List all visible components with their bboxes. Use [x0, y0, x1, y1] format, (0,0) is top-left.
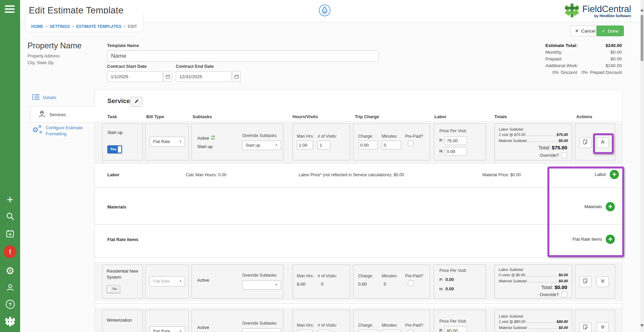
bill-type-dropdown-disabled[interactable]: Flat Rate ▼ [150, 276, 185, 286]
contract-end-input[interactable] [176, 71, 231, 82]
winterization-trip-cell: Charge: Minutes: Pre-Paid? [353, 310, 430, 332]
override-subtasks-dropdown[interactable]: ▼ [242, 328, 281, 332]
minutes-label: Minutes: [382, 134, 397, 139]
tab-configure-formatting[interactable]: ⚙⚙⚙ Configure Estimate Formatting [32, 125, 94, 137]
breadcrumb-estimate-templates[interactable]: ESTIMATE TEMPLATES [76, 24, 121, 29]
override-checkbox[interactable] [561, 152, 567, 158]
brand-name: FieldCentral [582, 4, 631, 14]
tab-details[interactable]: Details [32, 94, 56, 101]
edit-services-button[interactable] [130, 97, 143, 107]
prepaid-checkbox[interactable] [408, 280, 414, 286]
menu-icon[interactable] [5, 5, 15, 13]
collapse-button[interactable] [597, 137, 609, 148]
property-city: City, State Zip [28, 59, 82, 66]
fieldcentral-glyph-icon[interactable] [0, 315, 20, 328]
material-price: Material Price: $0.00 [482, 173, 521, 177]
labor-price-note: Labor Price* (not reflected in Service c… [299, 173, 404, 177]
visits-input[interactable] [318, 330, 330, 332]
search-icon[interactable] [0, 209, 20, 223]
price-p-input[interactable] [445, 136, 467, 145]
add-materials-button[interactable]: + [606, 202, 615, 211]
pencil-icon [134, 99, 139, 105]
labor-subtotal-line: 0 visits @ $0.00$0.00 [499, 273, 568, 277]
chevron-down-icon: ▼ [275, 283, 277, 286]
scroll-down-arrow[interactable] [640, 324, 644, 327]
done-button[interactable]: ✓ Done [596, 26, 624, 36]
scroll-up-arrow[interactable] [640, 9, 644, 11]
fieldcentral-logo-icon [564, 3, 580, 19]
add-flatrate-button[interactable]: + [606, 235, 615, 244]
calendar-add-icon[interactable] [0, 227, 20, 240]
residential-trip-cell: Charge: 0.00 Minutes: 0 Pre-Paid? [353, 265, 430, 298]
residential-task-cell: Residential New System No [102, 265, 143, 298]
details-list-icon [32, 94, 40, 101]
help-icon[interactable]: ? [0, 297, 20, 311]
user-icon[interactable] [0, 281, 20, 294]
override-checkbox[interactable] [561, 292, 567, 297]
expand-button[interactable] [597, 276, 609, 287]
chevron-down-icon: ▼ [179, 140, 181, 143]
note-button[interactable] [579, 276, 591, 287]
cancel-button[interactable]: ✕ Cancel [570, 26, 600, 36]
override-subtasks-dropdown[interactable]: Start up ▼ [242, 141, 281, 150]
settings-gear-icon[interactable]: ⚙ [0, 264, 20, 277]
visits-input[interactable] [318, 141, 330, 149]
charge-input[interactable] [358, 330, 378, 332]
bill-type-dropdown[interactable]: Flat Rate ▼ [150, 137, 185, 147]
material-subtotal-line: Material Subtotal:$0.00 [499, 326, 568, 330]
bill-type-dropdown[interactable]: Flat Rate ▼ [150, 326, 185, 332]
man-hrs-input[interactable] [297, 141, 313, 149]
water-drop-badge-icon[interactable] [319, 4, 331, 16]
alert-icon[interactable]: ! [0, 245, 20, 258]
note-button[interactable] [579, 137, 591, 148]
note-button[interactable] [579, 322, 591, 332]
prepaid-value: $0.00 [610, 56, 622, 62]
calc-man-hours: Calc Man Hours: 0.00 [186, 173, 226, 177]
breadcrumb-home[interactable]: HOME [31, 24, 43, 29]
minutes-input[interactable] [382, 141, 401, 149]
charge-label: Charge: [358, 134, 373, 139]
price-h-input[interactable] [445, 147, 467, 156]
man-hrs-value: 8.00 [297, 282, 305, 287]
breadcrumb-separator: > [45, 24, 48, 29]
breadcrumb-settings[interactable]: SETTINGS [50, 24, 70, 29]
residential-toggle[interactable]: No [107, 285, 120, 293]
contract-end-calendar-icon[interactable] [232, 71, 241, 82]
material-subtotal-line: Material Subtotal:$0.00 [499, 139, 568, 143]
contract-start-calendar-icon[interactable] [163, 71, 172, 82]
minutes-input[interactable] [382, 330, 401, 332]
startup-toggle[interactable]: Yes [107, 145, 122, 153]
man-hrs-label: Man Hrs: [297, 323, 314, 328]
property-block: Property Name Property Address City, Sta… [28, 41, 82, 66]
price-p-input[interactable] [445, 326, 467, 332]
override-subtasks-dropdown[interactable]: ▼ [242, 280, 281, 290]
chevrons-down-icon [600, 278, 605, 285]
prepaid-checkbox[interactable] [408, 330, 414, 332]
winterization-totals-cell: Labor Subtotal: 1 visit @ $80.00$80.00 M… [494, 310, 572, 332]
charge-input[interactable] [358, 141, 378, 149]
price-per-visit-label: Price Per Visit: [439, 129, 467, 133]
col-totals: Totals [494, 114, 507, 119]
visits-value: 0 [321, 282, 323, 287]
startup-totals-cell: Labor Subtotal: 1 visit @ $75.00$75.00 M… [494, 124, 572, 160]
contract-start-input[interactable] [107, 71, 163, 82]
scrollbar-thumb[interactable] [641, 15, 643, 61]
charge-label: Charge: [358, 274, 373, 278]
plus-icon[interactable]: + [0, 193, 20, 206]
expand-button[interactable] [597, 322, 609, 332]
row-total: Total: $0.00 [541, 284, 567, 290]
tab-services[interactable]: Services [30, 106, 95, 123]
add-flatrate-group: Flat Rate Items + [573, 235, 615, 244]
contract-start-label: Contract Start Date [107, 64, 147, 69]
add-labor-button[interactable]: + [610, 170, 619, 179]
fieldcentral-logo: FieldCentral by HindSite Software [564, 3, 631, 19]
man-hrs-input[interactable] [297, 330, 313, 332]
template-name-input[interactable] [107, 50, 379, 62]
winterization-subtasks-cell: Active Override Subtasks ▼ [192, 310, 283, 332]
services-title: Services [107, 97, 133, 105]
prepaid-checkbox[interactable] [408, 141, 414, 146]
monthly-value: $0.00 [610, 49, 622, 56]
visits-label: # of Visits: [318, 323, 337, 328]
p-label: P: [439, 328, 443, 332]
labor-subtotal-line: 1 visit @ $75.00$75.00 [499, 133, 568, 137]
